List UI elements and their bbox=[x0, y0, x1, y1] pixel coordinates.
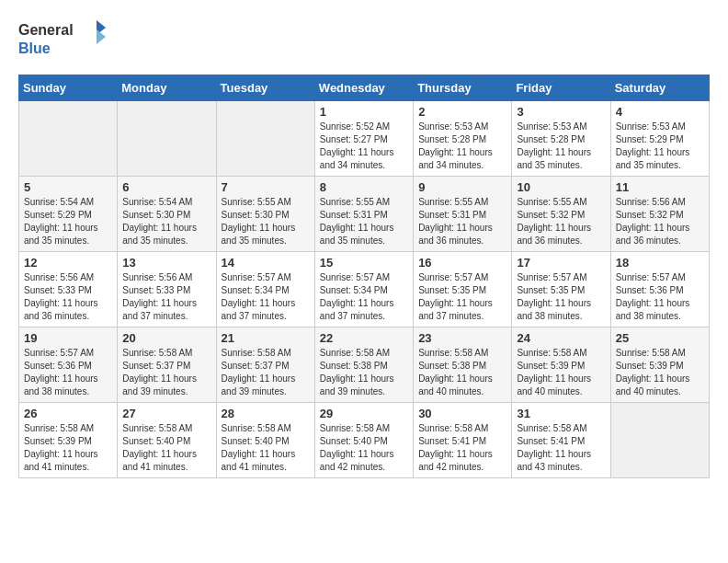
calendar-cell: 9 Sunrise: 5:55 AM Sunset: 5:31 PM Dayli… bbox=[414, 177, 512, 252]
weekday-header-wednesday: Wednesday bbox=[314, 75, 413, 101]
cell-text: Sunrise: 5:52 AM Sunset: 5:27 PM Dayligh… bbox=[320, 121, 408, 172]
calendar-cell: 3 Sunrise: 5:53 AM Sunset: 5:28 PM Dayli… bbox=[512, 101, 610, 177]
cell-text: Sunrise: 5:54 AM Sunset: 5:30 PM Dayligh… bbox=[122, 196, 210, 247]
day-number: 20 bbox=[122, 331, 210, 345]
day-number: 11 bbox=[616, 180, 704, 194]
day-number: 2 bbox=[418, 105, 506, 119]
day-number: 5 bbox=[24, 180, 112, 194]
day-number: 15 bbox=[320, 256, 408, 270]
day-number: 14 bbox=[222, 256, 310, 270]
calendar-cell: 25 Sunrise: 5:58 AM Sunset: 5:39 PM Dayl… bbox=[610, 327, 709, 403]
cell-text: Sunrise: 5:57 AM Sunset: 5:34 PM Dayligh… bbox=[320, 271, 408, 323]
weekday-header-friday: Friday bbox=[512, 75, 610, 101]
weekday-header-saturday: Saturday bbox=[610, 75, 709, 101]
calendar-cell bbox=[216, 101, 314, 177]
cell-text: Sunrise: 5:56 AM Sunset: 5:33 PM Dayligh… bbox=[122, 271, 210, 323]
calendar-table: SundayMondayTuesdayWednesdayThursdayFrid… bbox=[18, 75, 710, 478]
calendar-cell: 21 Sunrise: 5:58 AM Sunset: 5:37 PM Dayl… bbox=[216, 327, 314, 403]
calendar-cell: 2 Sunrise: 5:53 AM Sunset: 5:28 PM Dayli… bbox=[414, 101, 512, 177]
cell-text: Sunrise: 5:53 AM Sunset: 5:28 PM Dayligh… bbox=[517, 121, 605, 172]
calendar-cell bbox=[610, 403, 709, 478]
cell-text: Sunrise: 5:57 AM Sunset: 5:35 PM Dayligh… bbox=[517, 271, 605, 323]
cell-text: Sunrise: 5:53 AM Sunset: 5:29 PM Dayligh… bbox=[616, 121, 704, 172]
cell-text: Sunrise: 5:55 AM Sunset: 5:31 PM Dayligh… bbox=[418, 196, 506, 247]
calendar-cell: 20 Sunrise: 5:58 AM Sunset: 5:37 PM Dayl… bbox=[118, 327, 216, 403]
calendar-cell: 10 Sunrise: 5:55 AM Sunset: 5:32 PM Dayl… bbox=[512, 177, 610, 252]
day-number: 25 bbox=[616, 331, 704, 345]
calendar-cell: 4 Sunrise: 5:53 AM Sunset: 5:29 PM Dayli… bbox=[610, 101, 709, 177]
day-number: 4 bbox=[616, 105, 704, 119]
calendar-cell: 16 Sunrise: 5:57 AM Sunset: 5:35 PM Dayl… bbox=[414, 252, 512, 327]
logo-svg: General Blue bbox=[18, 18, 110, 60]
calendar-cell: 15 Sunrise: 5:57 AM Sunset: 5:34 PM Dayl… bbox=[314, 252, 413, 327]
calendar-cell: 18 Sunrise: 5:57 AM Sunset: 5:36 PM Dayl… bbox=[610, 252, 709, 327]
day-number: 26 bbox=[24, 407, 112, 420]
day-number: 9 bbox=[418, 180, 506, 194]
cell-text: Sunrise: 5:57 AM Sunset: 5:36 PM Dayligh… bbox=[24, 347, 112, 398]
day-number: 27 bbox=[122, 407, 210, 420]
day-number: 28 bbox=[222, 407, 310, 420]
day-number: 17 bbox=[517, 256, 605, 270]
calendar-cell: 1 Sunrise: 5:52 AM Sunset: 5:27 PM Dayli… bbox=[314, 101, 413, 177]
page-header: General Blue bbox=[18, 18, 710, 60]
calendar-cell: 7 Sunrise: 5:55 AM Sunset: 5:30 PM Dayli… bbox=[216, 177, 314, 252]
day-number: 1 bbox=[320, 105, 408, 119]
calendar-cell bbox=[118, 101, 216, 177]
day-number: 22 bbox=[320, 331, 408, 345]
calendar-cell: 5 Sunrise: 5:54 AM Sunset: 5:29 PM Dayli… bbox=[19, 177, 118, 252]
day-number: 31 bbox=[517, 407, 605, 420]
calendar-cell: 30 Sunrise: 5:58 AM Sunset: 5:41 PM Dayl… bbox=[414, 403, 512, 478]
day-number: 10 bbox=[517, 180, 605, 194]
day-number: 8 bbox=[320, 180, 408, 194]
calendar-cell: 28 Sunrise: 5:58 AM Sunset: 5:40 PM Dayl… bbox=[216, 403, 314, 478]
weekday-header-row: SundayMondayTuesdayWednesdayThursdayFrid… bbox=[19, 75, 710, 101]
cell-text: Sunrise: 5:57 AM Sunset: 5:36 PM Dayligh… bbox=[616, 271, 704, 323]
svg-marker-2 bbox=[97, 29, 106, 44]
day-number: 7 bbox=[222, 180, 310, 194]
calendar-cell: 29 Sunrise: 5:58 AM Sunset: 5:40 PM Dayl… bbox=[314, 403, 413, 478]
day-number: 13 bbox=[122, 256, 210, 270]
cell-text: Sunrise: 5:58 AM Sunset: 5:39 PM Dayligh… bbox=[24, 422, 112, 474]
calendar-cell: 12 Sunrise: 5:56 AM Sunset: 5:33 PM Dayl… bbox=[19, 252, 118, 327]
cell-text: Sunrise: 5:56 AM Sunset: 5:32 PM Dayligh… bbox=[616, 196, 704, 247]
calendar-cell: 8 Sunrise: 5:55 AM Sunset: 5:31 PM Dayli… bbox=[314, 177, 413, 252]
calendar-week-row: 26 Sunrise: 5:58 AM Sunset: 5:39 PM Dayl… bbox=[19, 403, 710, 478]
calendar-week-row: 1 Sunrise: 5:52 AM Sunset: 5:27 PM Dayli… bbox=[19, 101, 710, 177]
calendar-cell: 14 Sunrise: 5:57 AM Sunset: 5:34 PM Dayl… bbox=[216, 252, 314, 327]
weekday-header-thursday: Thursday bbox=[414, 75, 512, 101]
cell-text: Sunrise: 5:58 AM Sunset: 5:37 PM Dayligh… bbox=[222, 347, 310, 398]
calendar-cell: 6 Sunrise: 5:54 AM Sunset: 5:30 PM Dayli… bbox=[118, 177, 216, 252]
cell-text: Sunrise: 5:57 AM Sunset: 5:34 PM Dayligh… bbox=[222, 271, 310, 323]
cell-text: Sunrise: 5:55 AM Sunset: 5:32 PM Dayligh… bbox=[517, 196, 605, 247]
day-number: 12 bbox=[24, 256, 112, 270]
cell-text: Sunrise: 5:58 AM Sunset: 5:39 PM Dayligh… bbox=[517, 347, 605, 398]
cell-text: Sunrise: 5:58 AM Sunset: 5:40 PM Dayligh… bbox=[320, 422, 408, 474]
cell-text: Sunrise: 5:58 AM Sunset: 5:38 PM Dayligh… bbox=[418, 347, 506, 398]
calendar-cell bbox=[19, 101, 118, 177]
cell-text: Sunrise: 5:58 AM Sunset: 5:40 PM Dayligh… bbox=[222, 422, 310, 474]
cell-text: Sunrise: 5:54 AM Sunset: 5:29 PM Dayligh… bbox=[24, 196, 112, 247]
calendar-week-row: 12 Sunrise: 5:56 AM Sunset: 5:33 PM Dayl… bbox=[19, 252, 710, 327]
calendar-cell: 26 Sunrise: 5:58 AM Sunset: 5:39 PM Dayl… bbox=[19, 403, 118, 478]
day-number: 3 bbox=[517, 105, 605, 119]
cell-text: Sunrise: 5:58 AM Sunset: 5:39 PM Dayligh… bbox=[616, 347, 704, 398]
cell-text: Sunrise: 5:57 AM Sunset: 5:35 PM Dayligh… bbox=[418, 271, 506, 323]
day-number: 16 bbox=[418, 256, 506, 270]
day-number: 24 bbox=[517, 331, 605, 345]
svg-text:Blue: Blue bbox=[18, 40, 51, 56]
cell-text: Sunrise: 5:55 AM Sunset: 5:30 PM Dayligh… bbox=[222, 196, 310, 247]
cell-text: Sunrise: 5:58 AM Sunset: 5:41 PM Dayligh… bbox=[517, 422, 605, 474]
weekday-header-sunday: Sunday bbox=[19, 75, 118, 101]
calendar-cell: 17 Sunrise: 5:57 AM Sunset: 5:35 PM Dayl… bbox=[512, 252, 610, 327]
logo: General Blue bbox=[18, 18, 110, 60]
cell-text: Sunrise: 5:58 AM Sunset: 5:40 PM Dayligh… bbox=[122, 422, 210, 474]
day-number: 29 bbox=[320, 407, 408, 420]
calendar-cell: 27 Sunrise: 5:58 AM Sunset: 5:40 PM Dayl… bbox=[118, 403, 216, 478]
day-number: 21 bbox=[222, 331, 310, 345]
calendar-week-row: 19 Sunrise: 5:57 AM Sunset: 5:36 PM Dayl… bbox=[19, 327, 710, 403]
cell-text: Sunrise: 5:58 AM Sunset: 5:37 PM Dayligh… bbox=[122, 347, 210, 398]
weekday-header-monday: Monday bbox=[118, 75, 216, 101]
calendar-cell: 19 Sunrise: 5:57 AM Sunset: 5:36 PM Dayl… bbox=[19, 327, 118, 403]
day-number: 30 bbox=[418, 407, 506, 420]
calendar-cell: 31 Sunrise: 5:58 AM Sunset: 5:41 PM Dayl… bbox=[512, 403, 610, 478]
